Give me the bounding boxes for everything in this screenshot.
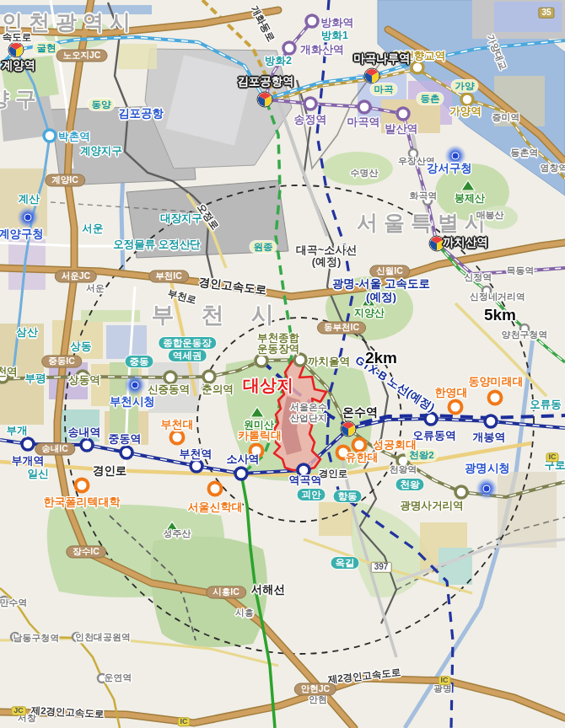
university-marker xyxy=(171,431,184,444)
government-marker xyxy=(476,478,498,500)
station-marker xyxy=(412,62,423,73)
station-marker xyxy=(256,355,267,367)
station-marker xyxy=(121,447,132,458)
university-marker xyxy=(337,447,350,459)
transfer-station-marker xyxy=(341,421,356,436)
station-marker xyxy=(77,371,89,383)
government-marker xyxy=(17,206,39,228)
transfer-station-marker xyxy=(257,92,272,107)
station-marker xyxy=(203,371,215,383)
university-marker xyxy=(449,401,462,414)
station-marker xyxy=(461,94,473,105)
station-marker xyxy=(22,438,34,450)
mountain-icon xyxy=(165,522,179,532)
station-marker xyxy=(298,464,309,476)
transfer-station-marker xyxy=(364,68,379,83)
mountain-icon xyxy=(461,180,475,190)
station-marker xyxy=(423,196,432,205)
station-marker xyxy=(520,324,529,333)
university-marker xyxy=(76,479,89,492)
government-marker xyxy=(444,145,466,167)
station-marker xyxy=(0,597,8,605)
station-marker xyxy=(164,372,176,383)
station-marker xyxy=(409,149,417,158)
station-marker xyxy=(397,455,409,467)
university-marker xyxy=(489,392,502,404)
station-marker xyxy=(294,354,306,366)
map-markers-layer xyxy=(0,0,565,728)
map-canvas[interactable]: 인천광역시양구서울특별시부천시계양지구계산서운대장지구오정물류 오정산단원종삼산… xyxy=(0,0,565,728)
mountain-icon xyxy=(362,296,375,306)
station-marker xyxy=(306,15,318,27)
station-marker xyxy=(235,468,247,479)
station-marker xyxy=(44,130,56,142)
station-marker xyxy=(0,371,8,383)
station-marker xyxy=(11,633,19,641)
university-marker xyxy=(209,483,222,495)
station-marker xyxy=(191,460,202,472)
transfer-station-marker xyxy=(8,42,24,57)
transfer-station-marker xyxy=(429,236,444,251)
station-marker xyxy=(358,101,370,113)
station-marker xyxy=(425,413,437,425)
station-marker xyxy=(455,486,467,498)
station-marker xyxy=(283,42,295,54)
station-marker xyxy=(81,439,93,451)
station-marker xyxy=(98,674,106,682)
government-marker xyxy=(124,374,146,396)
university-marker xyxy=(353,439,366,452)
station-marker xyxy=(304,98,316,110)
mountain-icon xyxy=(250,407,264,417)
station-marker xyxy=(482,286,491,295)
station-marker xyxy=(73,633,81,641)
station-marker xyxy=(397,108,409,120)
station-marker xyxy=(485,415,497,427)
university-marker xyxy=(250,445,263,458)
